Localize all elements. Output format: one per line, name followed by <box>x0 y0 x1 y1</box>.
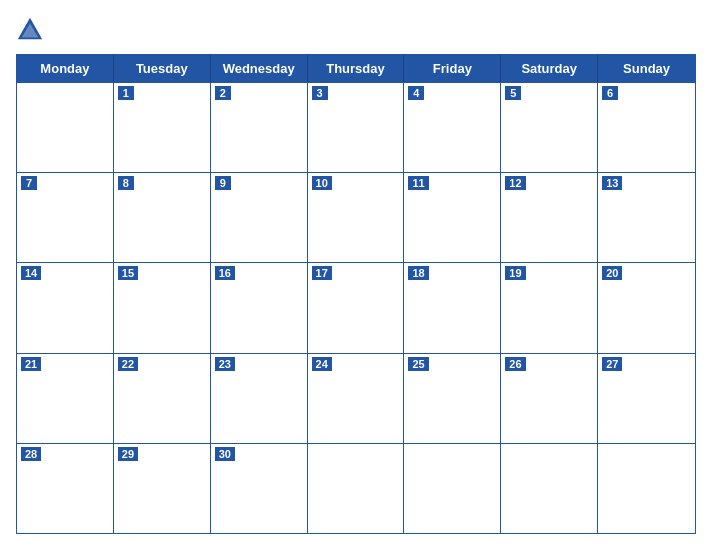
day-cell: 27 <box>598 354 695 443</box>
weeks: 1234567891011121314151617181920212223242… <box>17 82 695 533</box>
day-number: 19 <box>505 266 525 280</box>
day-cell: 18 <box>404 263 501 352</box>
day-number: 27 <box>602 357 622 371</box>
day-headers: MondayTuesdayWednesdayThursdayFridaySatu… <box>17 55 695 82</box>
day-cell: 30 <box>211 444 308 533</box>
week-row-5: 282930 <box>17 443 695 533</box>
day-number: 17 <box>312 266 332 280</box>
day-cell: 6 <box>598 83 695 172</box>
day-number: 1 <box>118 86 134 100</box>
day-header-monday: Monday <box>17 55 114 82</box>
day-cell: 12 <box>501 173 598 262</box>
logo <box>16 16 48 44</box>
week-row-2: 78910111213 <box>17 172 695 262</box>
week-row-1: 123456 <box>17 82 695 172</box>
day-cell: 23 <box>211 354 308 443</box>
day-cell <box>501 444 598 533</box>
day-cell: 7 <box>17 173 114 262</box>
day-number: 10 <box>312 176 332 190</box>
day-cell <box>404 444 501 533</box>
day-cell: 25 <box>404 354 501 443</box>
day-number: 9 <box>215 176 231 190</box>
day-cell: 4 <box>404 83 501 172</box>
day-cell: 20 <box>598 263 695 352</box>
day-number: 25 <box>408 357 428 371</box>
day-number: 20 <box>602 266 622 280</box>
day-number: 16 <box>215 266 235 280</box>
week-row-4: 21222324252627 <box>17 353 695 443</box>
day-cell: 17 <box>308 263 405 352</box>
day-cell: 13 <box>598 173 695 262</box>
day-number: 8 <box>118 176 134 190</box>
day-number: 28 <box>21 447 41 461</box>
day-cell: 26 <box>501 354 598 443</box>
day-cell: 9 <box>211 173 308 262</box>
day-number: 6 <box>602 86 618 100</box>
day-number: 29 <box>118 447 138 461</box>
logo-icon <box>16 16 44 44</box>
day-header-saturday: Saturday <box>501 55 598 82</box>
day-number: 12 <box>505 176 525 190</box>
day-cell: 8 <box>114 173 211 262</box>
day-number: 3 <box>312 86 328 100</box>
day-cell <box>598 444 695 533</box>
day-header-wednesday: Wednesday <box>211 55 308 82</box>
day-number: 13 <box>602 176 622 190</box>
day-number: 7 <box>21 176 37 190</box>
day-cell: 1 <box>114 83 211 172</box>
day-cell: 24 <box>308 354 405 443</box>
day-number: 22 <box>118 357 138 371</box>
day-cell: 14 <box>17 263 114 352</box>
day-cell: 28 <box>17 444 114 533</box>
day-cell: 11 <box>404 173 501 262</box>
day-cell: 3 <box>308 83 405 172</box>
day-header-sunday: Sunday <box>598 55 695 82</box>
day-number: 15 <box>118 266 138 280</box>
day-cell: 10 <box>308 173 405 262</box>
day-number: 5 <box>505 86 521 100</box>
day-number: 30 <box>215 447 235 461</box>
day-cell: 21 <box>17 354 114 443</box>
day-cell: 5 <box>501 83 598 172</box>
day-cell: 2 <box>211 83 308 172</box>
day-cell <box>308 444 405 533</box>
week-row-3: 14151617181920 <box>17 262 695 352</box>
day-number: 23 <box>215 357 235 371</box>
day-cell: 16 <box>211 263 308 352</box>
day-cell <box>17 83 114 172</box>
day-header-tuesday: Tuesday <box>114 55 211 82</box>
day-number: 24 <box>312 357 332 371</box>
day-number: 26 <box>505 357 525 371</box>
day-number: 21 <box>21 357 41 371</box>
day-number: 14 <box>21 266 41 280</box>
day-cell: 19 <box>501 263 598 352</box>
page-header <box>16 16 696 44</box>
day-number: 11 <box>408 176 428 190</box>
calendar: MondayTuesdayWednesdayThursdayFridaySatu… <box>16 54 696 534</box>
day-cell: 15 <box>114 263 211 352</box>
day-number: 4 <box>408 86 424 100</box>
day-number: 2 <box>215 86 231 100</box>
day-header-thursday: Thursday <box>308 55 405 82</box>
day-cell: 29 <box>114 444 211 533</box>
day-cell: 22 <box>114 354 211 443</box>
day-header-friday: Friday <box>404 55 501 82</box>
day-number: 18 <box>408 266 428 280</box>
